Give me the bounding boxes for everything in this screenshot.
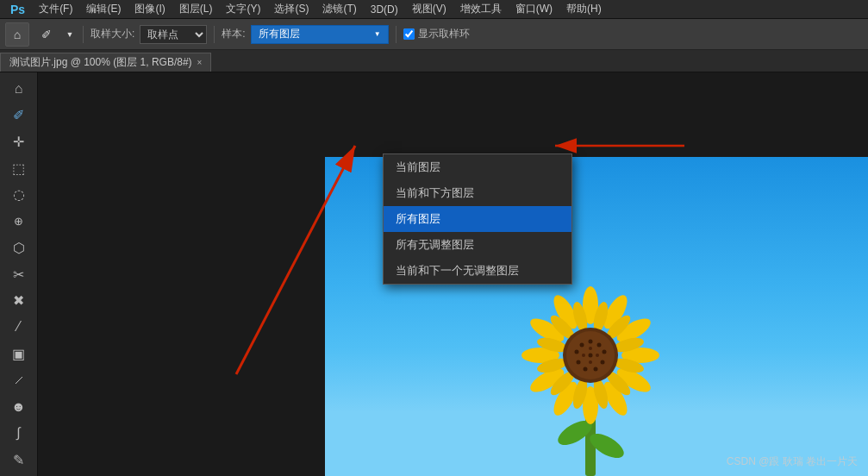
svg-point-42	[589, 347, 592, 350]
svg-point-36	[575, 350, 579, 354]
svg-point-41	[589, 360, 592, 364]
canvas-area: CSDN @跟 耿瑞 卷出一片天 当前图层 当前和下方图层 所有图层 所有无调整…	[38, 72, 868, 476]
tool-lasso[interactable]: ◌	[5, 182, 33, 208]
tab-label: 测试图片.jpg @ 100% (图层 1, RGB/8#)	[9, 55, 192, 70]
dropdown-item-current-below[interactable]: 当前和下方图层	[384, 180, 571, 206]
menu-text[interactable]: 文字(Y)	[219, 0, 267, 18]
show-ring-text: 显示取样环	[418, 27, 470, 41]
toolbar: ⌂ ✐ ▼ 取样大小: 取样点 3×3 平均 5×5 平均 样本: 所有图层 ▼…	[0, 19, 868, 50]
dropdown-item-current-next-no-adjust[interactable]: 当前和下一个无调整图层	[384, 258, 571, 284]
menu-3d[interactable]: 3D(D)	[364, 0, 405, 18]
svg-point-35	[577, 360, 581, 365]
menu-edit[interactable]: 编辑(E)	[79, 0, 128, 18]
sample-dropdown-menu: 当前图层 当前和下方图层 所有图层 所有无调整图层 当前和下一个无调整图层	[383, 153, 572, 285]
menu-layer[interactable]: 图层(L)	[172, 0, 220, 18]
ps-logo[interactable]: Ps	[3, 0, 32, 18]
tool-gradient[interactable]: ∫	[5, 421, 33, 447]
dropdown-item-all-layers[interactable]: 所有图层	[384, 206, 571, 232]
svg-point-34	[584, 367, 588, 372]
toolbar-separator-2	[214, 26, 215, 43]
tabbar: 测试图片.jpg @ 100% (图层 1, RGB/8#) ×	[0, 50, 868, 72]
menu-select[interactable]: 选择(S)	[267, 0, 315, 18]
svg-point-31	[603, 350, 607, 354]
eyedropper-tool-btn[interactable]: ✐	[34, 22, 59, 47]
menu-image[interactable]: 图像(I)	[128, 0, 172, 18]
tool-brush[interactable]: ∕	[5, 315, 33, 341]
main-area: ⌂ ✐ ✛ ⬚ ◌ ⊕ ⬡ ✂ ✖ ∕ ▣ ⟋ ☻ ∫ ✎	[0, 72, 868, 476]
svg-point-38	[589, 354, 593, 358]
svg-point-39	[596, 354, 599, 357]
tool-history-brush[interactable]: ⟋	[5, 367, 33, 393]
home-button[interactable]: ⌂	[5, 22, 29, 47]
dropdown-arrow-icon: ▼	[374, 30, 381, 38]
sample-dropdown-btn[interactable]: 所有图层 ▼	[251, 25, 389, 44]
menu-help[interactable]: 帮助(H)	[559, 0, 609, 18]
dropdown-item-all-no-adjust[interactable]: 所有无调整图层	[384, 232, 571, 258]
document-tab[interactable]: 测试图片.jpg @ 100% (图层 1, RGB/8#) ×	[0, 53, 211, 72]
svg-point-33	[594, 367, 598, 372]
tool-move[interactable]: ✛	[5, 128, 33, 154]
tool-marquee-rect[interactable]: ⬚	[5, 155, 33, 181]
menu-window[interactable]: 窗口(W)	[509, 0, 559, 18]
tool-home[interactable]: ⌂	[5, 76, 33, 102]
show-ring-label[interactable]: 显示取样环	[403, 27, 470, 41]
tool-spot-heal[interactable]: ✖	[5, 288, 33, 314]
tool-pen[interactable]: ✎	[5, 447, 33, 473]
toolbar-separator-1	[83, 26, 84, 43]
sample-selected-value: 所有图层	[259, 27, 300, 41]
tool-magic-wand[interactable]: ⊕	[5, 209, 33, 235]
menubar: Ps 文件(F) 编辑(E) 图像(I) 图层(L) 文字(Y) 选择(S) 滤…	[0, 0, 868, 19]
menu-plugins[interactable]: 增效工具	[453, 0, 509, 18]
show-ring-checkbox[interactable]	[403, 28, 415, 40]
tool-stamp[interactable]: ▣	[5, 341, 33, 366]
svg-point-32	[601, 360, 605, 365]
svg-point-30	[597, 343, 602, 348]
tool-eraser[interactable]: ☻	[5, 394, 33, 420]
eyedropper-dropdown-btn[interactable]: ▼	[64, 22, 76, 47]
tool-eyedropper[interactable]: ✐	[5, 103, 33, 128]
tool-slice[interactable]: ✂	[5, 261, 33, 287]
sample-dropdown-trigger[interactable]: 所有图层 ▼	[251, 25, 389, 44]
sample-size-select[interactable]: 取样点 3×3 平均 5×5 平均	[140, 25, 207, 44]
tool-crop[interactable]: ⬡	[5, 235, 33, 260]
menu-filter[interactable]: 滤镜(T)	[315, 0, 363, 18]
sample-label: 样本:	[222, 27, 245, 41]
watermark-text: CSDN @跟 耿瑞 卷出一片天	[727, 455, 858, 467]
svg-point-40	[582, 354, 585, 357]
tab-close-btn[interactable]: ×	[197, 58, 203, 67]
menu-file[interactable]: 文件(F)	[32, 0, 79, 18]
svg-point-29	[589, 340, 593, 344]
sample-size-label: 取样大小:	[91, 27, 134, 41]
toolbar-separator-3	[396, 26, 397, 43]
svg-point-37	[580, 343, 584, 348]
dropdown-item-current-layer[interactable]: 当前图层	[384, 154, 571, 180]
watermark: CSDN @跟 耿瑞 卷出一片天	[727, 454, 858, 469]
menu-view[interactable]: 视图(V)	[405, 0, 453, 18]
toolbox: ⌂ ✐ ✛ ⬚ ◌ ⊕ ⬡ ✂ ✖ ∕ ▣ ⟋ ☻ ∫ ✎	[0, 72, 38, 476]
